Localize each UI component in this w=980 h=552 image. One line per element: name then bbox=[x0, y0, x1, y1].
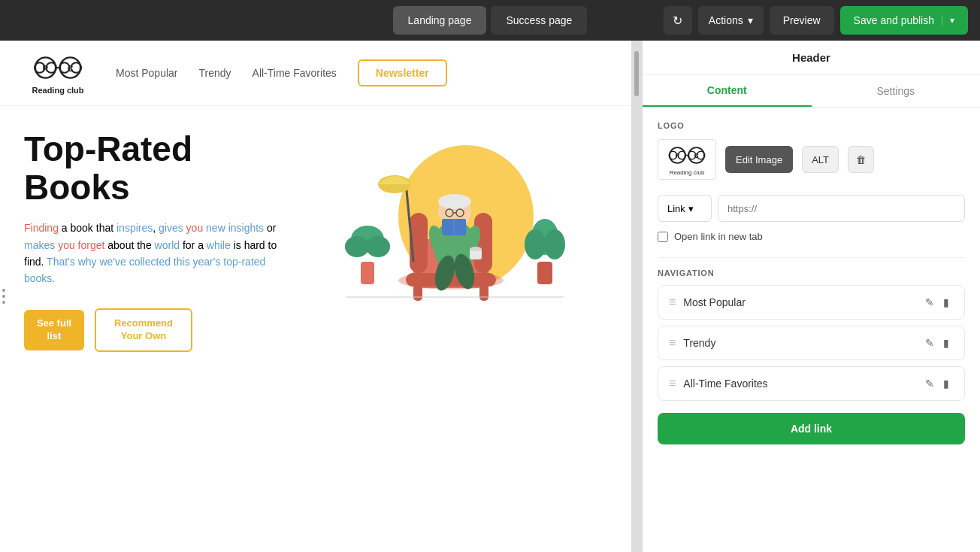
add-link-button[interactable]: Add link bbox=[658, 413, 965, 444]
nav-item-all-time-favorites: ≡ All-Time Favorites ✎ ▮ bbox=[658, 366, 965, 401]
nav-item-label: Trendy bbox=[683, 337, 921, 349]
svg-point-33 bbox=[345, 236, 369, 257]
hero-title: Top-Rated Books bbox=[24, 130, 280, 206]
hero-section: Top-Rated Books Finding a book that insp… bbox=[0, 106, 631, 422]
open-new-tab-checkbox[interactable] bbox=[658, 232, 668, 242]
canvas-scrollbar[interactable] bbox=[631, 41, 642, 552]
alt-button[interactable]: ALT bbox=[802, 146, 839, 173]
svg-point-34 bbox=[366, 236, 390, 257]
save-publish-arrow-icon: ▾ bbox=[942, 15, 954, 26]
delete-logo-button[interactable]: 🗑 bbox=[848, 146, 874, 173]
hero-left: Top-Rated Books Finding a book that insp… bbox=[24, 130, 280, 352]
open-new-tab-row: Open link in new tab bbox=[658, 231, 965, 242]
hero-description: Finding a book that inspires, gives you … bbox=[24, 220, 280, 287]
dot bbox=[2, 295, 5, 298]
dot bbox=[2, 301, 5, 304]
svg-text:R: R bbox=[43, 64, 49, 73]
dot bbox=[2, 289, 5, 292]
logo-section-label: LOGO bbox=[658, 121, 965, 130]
svg-point-19 bbox=[438, 194, 471, 209]
right-panel: Header Content Settings LOGO R bbox=[642, 41, 980, 552]
open-new-tab-label: Open link in new tab bbox=[674, 231, 763, 242]
logo-panel: R C Reading club Edit Image ALT 🗑 bbox=[658, 139, 965, 180]
hero-title-line2: Books bbox=[24, 168, 130, 207]
delete-nav-item-button[interactable]: ▮ bbox=[939, 295, 954, 310]
svg-text:C: C bbox=[694, 153, 699, 159]
drag-handle-icon[interactable]: ≡ bbox=[669, 377, 676, 390]
link-type-button[interactable]: Link ▾ bbox=[658, 195, 712, 222]
save-publish-button[interactable]: Save and publish ▾ bbox=[840, 6, 968, 35]
newsletter-button[interactable]: Newsletter bbox=[358, 59, 447, 86]
canvas-area: R C Reading club Most Popular Trendy All… bbox=[0, 41, 642, 552]
logo-text: Reading club bbox=[32, 86, 83, 95]
site-header: R C Reading club Most Popular Trendy All… bbox=[0, 41, 631, 106]
hero-image bbox=[295, 130, 607, 303]
drag-handle-icon[interactable]: ≡ bbox=[669, 336, 676, 350]
edit-image-button[interactable]: Edit Image bbox=[725, 146, 793, 173]
preview-button[interactable]: Preview bbox=[770, 6, 834, 35]
nav-item-label: Most Popular bbox=[683, 296, 921, 308]
scroll-thumb bbox=[634, 51, 639, 96]
link-type-label: Link bbox=[667, 203, 685, 214]
hero-title-line1: Top-Rated bbox=[24, 129, 192, 168]
recommend-button[interactable]: Recommend Your Own bbox=[95, 308, 192, 352]
svg-point-37 bbox=[525, 229, 546, 259]
svg-rect-16 bbox=[479, 284, 488, 301]
save-publish-label: Save and publish bbox=[854, 14, 942, 26]
history-icon: ↻ bbox=[673, 14, 682, 28]
logo-preview: R C Reading club bbox=[658, 139, 716, 180]
logo-image: R C bbox=[32, 51, 83, 84]
edit-nav-item-button[interactable]: ✎ bbox=[921, 295, 939, 310]
topbar: Landing page Success page ↻ Actions ▾ Pr… bbox=[0, 0, 980, 41]
svg-point-38 bbox=[544, 229, 565, 259]
logo-preview-text: Reading club bbox=[670, 169, 705, 176]
actions-label: Actions bbox=[709, 14, 743, 26]
nav-item-trendy: ≡ Trendy ✎ ▮ bbox=[658, 326, 965, 360]
svg-point-30 bbox=[470, 247, 482, 251]
dots-indicator bbox=[0, 284, 8, 308]
edit-nav-item-button[interactable]: ✎ bbox=[921, 335, 939, 350]
nav-item-label: All-Time Favorites bbox=[683, 378, 921, 390]
panel-header: Header bbox=[643, 41, 980, 75]
hero-buttons: See full list Recommend Your Own bbox=[24, 308, 280, 352]
nav-item-most-popular: ≡ Most Popular ✎ ▮ bbox=[658, 285, 965, 320]
svg-rect-31 bbox=[361, 262, 374, 284]
main-layout: R C Reading club Most Popular Trendy All… bbox=[0, 41, 980, 552]
panel-tabs: Content Settings bbox=[643, 75, 980, 108]
drag-handle-icon[interactable]: ≡ bbox=[669, 296, 676, 309]
tab-landing[interactable]: Landing page bbox=[393, 6, 487, 35]
link-input[interactable] bbox=[718, 195, 965, 222]
divider bbox=[658, 257, 965, 258]
tab-success[interactable]: Success page bbox=[491, 6, 587, 35]
panel-header-title: Header bbox=[792, 51, 830, 64]
actions-button[interactable]: Actions ▾ bbox=[698, 6, 764, 35]
tab-content[interactable]: Content bbox=[643, 75, 812, 107]
delete-nav-item-button[interactable]: ▮ bbox=[939, 376, 954, 391]
see-full-list-button[interactable]: See full list bbox=[24, 310, 84, 350]
tab-settings[interactable]: Settings bbox=[812, 75, 981, 107]
panel-content: LOGO R C Reading club bbox=[643, 108, 980, 552]
site-nav: Most Popular Trendy All-Time Favorites N… bbox=[116, 59, 607, 86]
svg-rect-35 bbox=[537, 262, 552, 284]
edit-nav-item-button[interactable]: ✎ bbox=[921, 376, 939, 391]
delete-nav-item-button[interactable]: ▮ bbox=[939, 335, 954, 350]
nav-trendy[interactable]: Trendy bbox=[198, 67, 231, 79]
logo-area: R C Reading club bbox=[24, 51, 92, 95]
landing-canvas: R C Reading club Most Popular Trendy All… bbox=[0, 41, 631, 552]
chevron-down-icon: ▾ bbox=[688, 203, 694, 214]
svg-text:R: R bbox=[675, 153, 679, 159]
trash-icon: 🗑 bbox=[856, 154, 866, 165]
nav-all-time-favorites[interactable]: All-Time Favorites bbox=[253, 67, 337, 79]
chevron-down-icon: ▾ bbox=[748, 14, 753, 26]
navigation-section-label: NAVIGATION bbox=[658, 268, 965, 278]
history-icon-btn[interactable]: ↻ bbox=[664, 6, 692, 35]
nav-most-popular[interactable]: Most Popular bbox=[116, 67, 177, 79]
logo-preview-image: R C bbox=[667, 143, 706, 168]
svg-rect-15 bbox=[413, 284, 422, 301]
hero-illustration bbox=[316, 130, 586, 303]
link-row: Link ▾ bbox=[658, 195, 965, 222]
svg-text:C: C bbox=[68, 64, 74, 73]
